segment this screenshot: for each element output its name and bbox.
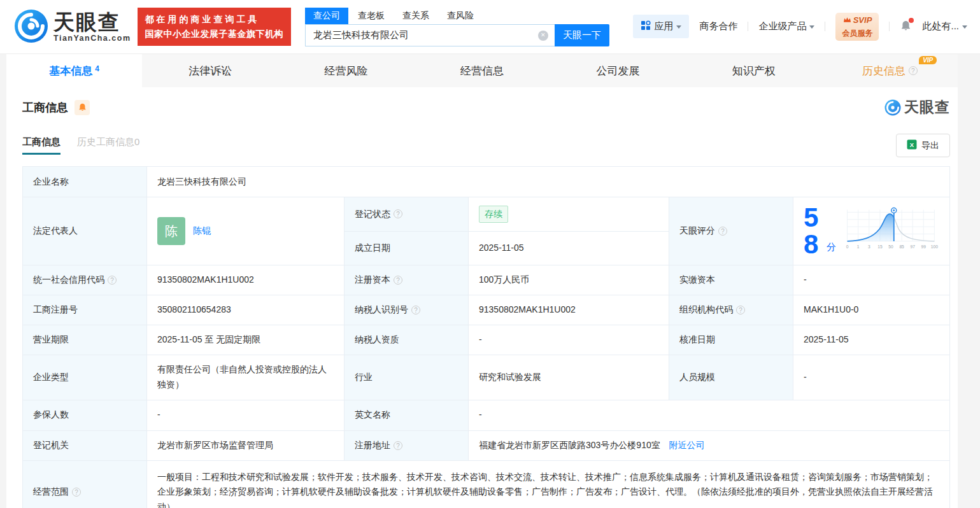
circle-x-icon[interactable] [538, 31, 548, 41]
chevron-down-icon [962, 25, 967, 29]
search-button[interactable]: 天眼一下 [555, 24, 609, 46]
field-value-taxpayer-quality: - [469, 325, 669, 355]
field-value-business-scope: 一般项目：工程和技术研究和试验发展；软件开发；技术服务、技术开发、技术咨询、技术… [147, 460, 950, 508]
field-value-reg-status: 存续 [469, 197, 669, 232]
divider [825, 22, 825, 31]
field-label-org-code: 组织机构代码 [669, 295, 793, 325]
question-circle-icon[interactable] [718, 227, 727, 236]
field-value-reg-capital: 100万人民币 [469, 265, 669, 295]
status-badge: 存续 [479, 206, 508, 223]
field-value-industry: 研究和试验发展 [469, 355, 669, 400]
field-value-org-code: MAK1H1U0-0 [793, 295, 950, 325]
subtab-business-info[interactable]: 工商信息 [22, 136, 60, 155]
export-button[interactable]: X 导出 [896, 134, 950, 157]
table-row: 营业期限 2025-11-05 至 无固定期限 纳税人资质 - 核准日期 202… [23, 325, 950, 355]
notification-bell-button[interactable] [900, 20, 912, 34]
question-circle-icon[interactable] [394, 209, 402, 218]
field-label-staff-size: 人员规模 [669, 355, 793, 400]
field-label-establish-date: 成立日期 [344, 231, 469, 265]
tab-label: 经营信息 [460, 64, 504, 78]
search-tab-relation[interactable]: 查关系 [394, 8, 437, 24]
excel-icon: X [907, 139, 917, 152]
question-circle-icon[interactable] [909, 66, 918, 75]
svg-text:99: 99 [921, 244, 927, 249]
tab-company-development[interactable]: 公司发展 [550, 54, 686, 87]
section-title: 工商信息 [22, 100, 68, 115]
field-label-taxpayer-quality: 纳税人资质 [344, 325, 469, 355]
brand-logo[interactable]: 天眼查 TianYanCha.com [14, 9, 131, 45]
field-value-company-name: 龙岩三快科技有限公司 [147, 167, 950, 197]
brand-domain: TianYanCha.com [53, 34, 131, 43]
search-tab-company[interactable]: 查公司 [305, 8, 348, 24]
question-circle-icon[interactable] [411, 306, 420, 314]
svg-text:85: 85 [899, 244, 904, 249]
field-label-business-term: 营业期限 [23, 325, 147, 355]
question-circle-icon[interactable] [736, 306, 745, 314]
brand-name: 天眼查 [53, 10, 120, 34]
table-row: 企业名称 龙岩三快科技有限公司 [23, 167, 950, 197]
apps-label: 应用 [654, 20, 673, 32]
field-label-credit-code: 统一社会信用代码 [23, 265, 147, 295]
content: 工商信息 天眼查 工商信息 历 [6, 87, 958, 508]
legal-rep-avatar[interactable]: 陈 [157, 217, 185, 245]
company-nav-tabs: 基本信息 4 法律诉讼 经营风险 经营信息 公司发展 知识产权 VIP 历史信息 [6, 54, 958, 87]
business-coop-label: 商务合作 [699, 20, 737, 32]
business-coop-menu[interactable]: 商务合作 [699, 20, 737, 32]
field-label-industry: 行业 [344, 355, 469, 400]
tab-intellectual-property[interactable]: 知识产权 [686, 54, 821, 87]
tab-label: 基本信息 [49, 64, 92, 78]
field-value-english-name: - [469, 400, 950, 430]
svip-label-line1: SVIP [853, 15, 872, 26]
field-label-taxpayer-id: 纳税人识别号 [344, 295, 469, 325]
crown-icon [843, 15, 851, 26]
svg-text:0: 0 [846, 244, 849, 249]
svg-text:X: X [910, 141, 914, 148]
apps-menu[interactable]: 应用 [633, 15, 689, 38]
nearby-companies-link[interactable]: 附近公司 [669, 440, 705, 450]
subscribe-bell-button[interactable] [75, 100, 90, 115]
score-number: 58 [804, 204, 820, 258]
svip-member-button[interactable]: SVIP 会员服务 [835, 13, 879, 41]
table-row: 企业类型 有限责任公司（非自然人投资或控股的法人独资） 行业 研究和试验发展 人… [23, 355, 950, 400]
brand-slogan: 都在用的商业查询工具 国家中小企业发展子基金旗下机构 [138, 8, 292, 46]
user-menu-label: 此处有... [922, 20, 959, 32]
field-label-reg-capital: 注册资本 [344, 265, 469, 295]
tianyancha-swirl-icon [14, 9, 48, 45]
tab-label: 知识产权 [732, 64, 776, 78]
address-text: 福建省龙岩市新罗区西陂路303号办公楼910室 [479, 440, 660, 450]
divider [748, 22, 748, 31]
search-input[interactable] [305, 24, 555, 46]
notification-red-dot [909, 18, 914, 23]
search-tab-boss[interactable]: 查老板 [350, 8, 393, 24]
tab-basic-info[interactable]: 基本信息 4 [6, 54, 142, 87]
question-circle-icon[interactable] [108, 276, 117, 285]
user-menu[interactable]: 此处有... [922, 20, 967, 32]
field-label-reg-authority: 登记机关 [23, 430, 147, 460]
field-value-business-term: 2025-11-05 至 无固定期限 [147, 325, 344, 355]
question-circle-icon[interactable] [394, 441, 402, 450]
table-row: 统一社会信用代码 91350802MAK1H1U002 注册资本 100万人民币… [23, 265, 950, 295]
question-circle-icon[interactable] [72, 488, 81, 497]
tab-legal-lawsuits[interactable]: 法律诉讼 [142, 54, 278, 87]
tab-history-info[interactable]: VIP 历史信息 [822, 54, 958, 87]
tianyancha-watermark: 天眼查 [884, 97, 950, 117]
tab-label: 公司发展 [596, 64, 639, 78]
tab-operating-info[interactable]: 经营信息 [414, 54, 550, 87]
table-row: 工商注册号 350802110654283 纳税人识别号 91350802MAK… [23, 295, 950, 325]
enterprise-products-menu[interactable]: 企业级产品 [758, 20, 814, 32]
search-tab-risk[interactable]: 查风险 [439, 8, 482, 24]
search-area: 查公司 查老板 查关系 查风险 天眼一下 [305, 8, 609, 46]
header: 天眼查 TianYanCha.com 都在用的商业查询工具 国家中小企业发展子基… [0, 0, 980, 54]
field-label-business-scope: 经营范围 [23, 460, 147, 508]
field-value-approval-date: 2025-11-05 [793, 325, 950, 355]
field-label-company-type: 企业类型 [23, 355, 147, 400]
field-label-insured-count: 参保人数 [23, 400, 147, 430]
enterprise-products-label: 企业级产品 [758, 20, 806, 32]
svg-text:1: 1 [857, 244, 860, 249]
question-circle-icon[interactable] [394, 276, 402, 285]
tab-operating-risk[interactable]: 经营风险 [278, 54, 414, 87]
subtab-history-business-info[interactable]: 历史工商信息0 [77, 136, 139, 155]
top-menu: 应用 商务合作 企业级产品 SVIP 会员服务 [633, 13, 967, 41]
field-value-reg-number: 350802110654283 [147, 295, 344, 325]
legal-rep-link[interactable]: 陈锟 [193, 223, 211, 239]
